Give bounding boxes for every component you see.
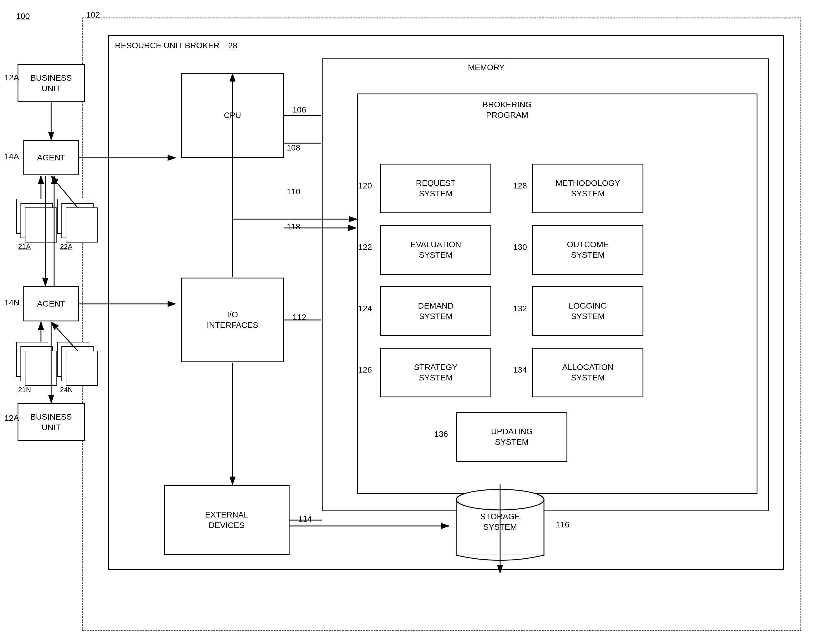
ext-devices-label: EXTERNALDEVICES (205, 510, 248, 531)
svg-point-1 (456, 489, 544, 510)
ref-126: 126 (358, 365, 372, 374)
ref-116: 116 (556, 520, 569, 529)
ref-124: 124 (358, 304, 372, 313)
rub-label: RESOURCE UNIT BROKER (115, 40, 219, 51)
doc-22a-label: 22A (60, 242, 72, 251)
memory-label: MEMORY (468, 63, 505, 72)
doc-24n-label: 24N (60, 386, 73, 394)
req-system-label: REQUESTSYSTEM (416, 178, 455, 199)
agent-n-label: AGENT (37, 299, 65, 309)
updating-system-box: UPDATINGSYSTEM (456, 412, 567, 462)
ref-110: 110 (287, 187, 300, 196)
doc-21n-label: 21N (18, 386, 31, 394)
io-interfaces-box: I/OINTERFACES (181, 278, 284, 362)
logging-system-label: LOGGINGSYSTEM (569, 301, 607, 322)
ref-106: 106 (292, 105, 306, 115)
io-label: I/OINTERFACES (207, 310, 258, 331)
doc-21a-label: 21A (18, 242, 31, 251)
ref-14a: 14A (5, 152, 19, 161)
cpu-label: CPU (224, 110, 241, 121)
demand-system-box: DEMANDSYSTEM (380, 286, 491, 336)
agent-a-label: AGENT (37, 153, 65, 163)
strategy-system-box: STRATEGYSYSTEM (380, 348, 491, 397)
ref-114: 114 (298, 514, 312, 524)
allocation-system-box: ALLOCATIONSYSTEM (532, 348, 643, 397)
ref-122: 122 (358, 242, 372, 252)
fig-num-label: 100 (16, 12, 30, 21)
ref-128: 128 (513, 181, 527, 190)
ref-132: 132 (513, 304, 527, 313)
ref-136: 136 (434, 429, 448, 439)
business-unit-top-box: BUSINESSUNIT (18, 64, 85, 102)
business-unit-bot-label: BUSINESSUNIT (31, 412, 72, 433)
business-unit-top-label: BUSINESSUNIT (31, 73, 72, 94)
outcome-system-label: OUTCOMESYSTEM (567, 239, 609, 261)
outcome-system-box: OUTCOMESYSTEM (532, 225, 643, 274)
ref-12a-top: 12A (5, 73, 19, 83)
doc-22a-3 (66, 207, 98, 242)
ref-112: 112 (292, 313, 306, 322)
request-system-box: REQUESTSYSTEM (380, 164, 491, 213)
brokering-label: BROKERINGPROGRAM (483, 99, 532, 121)
cpu-box: CPU (181, 73, 284, 158)
methodology-system-label: METHODOLOGYSYSTEM (556, 178, 620, 199)
ref-118: 118 (287, 222, 300, 232)
demand-system-label: DEMANDSYSTEM (418, 301, 453, 322)
doc-21n-3 (25, 351, 57, 386)
storage-label: STORAGESYSTEM (462, 511, 538, 533)
strategy-system-label: STRATEGYSYSTEM (414, 362, 458, 383)
agent-a-box: AGENT (23, 140, 79, 175)
ref-130: 130 (513, 242, 527, 252)
rub-ref: 28 (228, 40, 237, 51)
ref-14n: 14N (5, 298, 19, 307)
ref-12a-bot: 12A (5, 414, 19, 423)
doc-24n-3 (66, 351, 98, 386)
doc-21a-3 (25, 207, 57, 242)
eval-system-label: EVALUATIONSYSTEM (410, 239, 461, 261)
eval-system-box: EVALUATIONSYSTEM (380, 225, 491, 274)
methodology-system-box: METHODOLOGYSYSTEM (532, 164, 643, 213)
external-devices-box: EXTERNALDEVICES (164, 485, 289, 555)
ref-120: 120 (358, 181, 372, 190)
logging-system-box: LOGGINGSYSTEM (532, 286, 643, 336)
updating-system-label: UPDATINGSYSTEM (491, 426, 533, 448)
allocation-system-label: ALLOCATIONSYSTEM (562, 362, 613, 383)
ref-102-label: 102 (86, 10, 100, 20)
agent-n-box: AGENT (23, 286, 79, 321)
ref-134: 134 (513, 365, 527, 374)
ref-108: 108 (287, 143, 300, 153)
business-unit-bot-box: BUSINESSUNIT (18, 403, 85, 441)
